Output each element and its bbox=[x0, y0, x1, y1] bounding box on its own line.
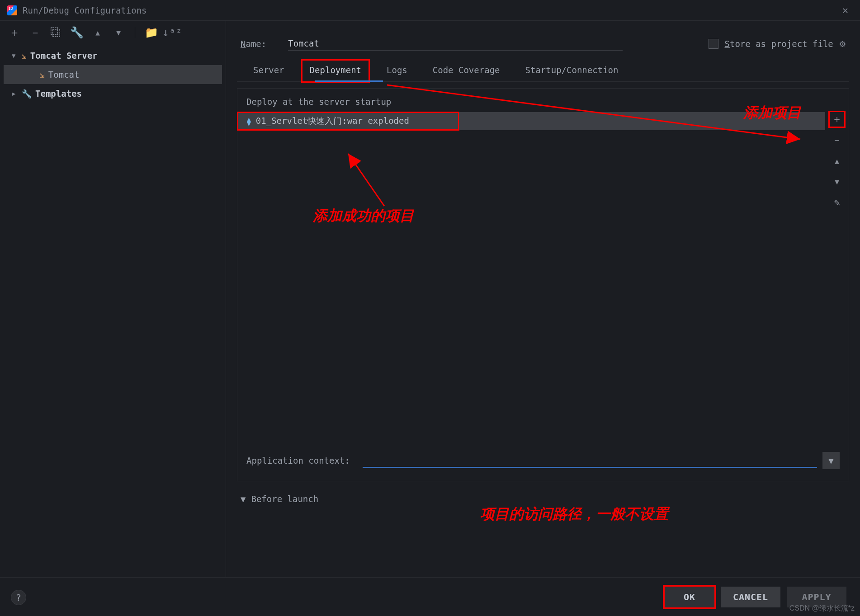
app-context-row: Application context: ▼ bbox=[237, 442, 849, 481]
watermark: CSDN @绿水长流*z bbox=[789, 604, 855, 613]
deploy-down-button[interactable]: ▼ bbox=[830, 174, 844, 189]
store-as-file[interactable]: Store as project file ⚙ bbox=[709, 38, 846, 49]
tree-label: Tomcat Server bbox=[30, 51, 98, 61]
chevron-down-icon: ▼ bbox=[12, 52, 18, 59]
deploy-edit-button[interactable]: ✎ bbox=[830, 195, 844, 210]
chevron-down-icon: ▼ bbox=[241, 494, 246, 504]
app-context-input[interactable] bbox=[363, 453, 817, 468]
artifact-icon: ⧫ bbox=[246, 117, 251, 126]
cancel-button[interactable]: CANCEL bbox=[721, 587, 780, 607]
sort-button[interactable]: ↓ᵃᶻ bbox=[166, 26, 179, 39]
app-context-dropdown[interactable]: ▼ bbox=[822, 452, 840, 469]
tree-node-tomcat[interactable]: ⇲ Tomcat bbox=[4, 65, 222, 84]
deploy-list: ⧫ 01_Servlet快速入门:war exploded bbox=[237, 112, 825, 442]
close-icon[interactable]: ✕ bbox=[838, 3, 853, 18]
deploy-remove-button[interactable]: － bbox=[830, 133, 844, 147]
config-tree: ▼ ⇲ Tomcat Server ⇲ Tomcat ▶ 🔧 Templates bbox=[0, 46, 226, 103]
window-title: Run/Debug Configurations bbox=[23, 5, 147, 15]
app-context-label: Application context: bbox=[246, 456, 350, 466]
remove-config-button[interactable]: － bbox=[29, 26, 42, 39]
name-input[interactable] bbox=[288, 37, 623, 51]
tree-node-tomcat-server[interactable]: ▼ ⇲ Tomcat Server bbox=[4, 46, 222, 65]
sidebar-toolbar: ＋ － ⿻ 🔧 ▲ ▼ 📁 ↓ᵃᶻ bbox=[0, 26, 226, 46]
edit-config-button[interactable]: 🔧 bbox=[71, 26, 83, 39]
gear-icon[interactable]: ⚙ bbox=[840, 38, 846, 49]
move-down-button[interactable]: ▼ bbox=[112, 26, 125, 39]
deploy-section: Deploy at the server startup ⧫ 01_Servle… bbox=[237, 88, 849, 481]
tab-startup-connection[interactable]: Startup/Connection bbox=[518, 61, 626, 81]
move-up-button[interactable]: ▲ bbox=[91, 26, 104, 39]
deploy-item[interactable]: ⧫ 01_Servlet快速入门:war exploded bbox=[237, 112, 459, 130]
deploy-actions: ＋ － ▲ ▼ ✎ bbox=[825, 112, 849, 442]
tree-node-templates[interactable]: ▶ 🔧 Templates bbox=[4, 84, 222, 103]
deploy-add-button[interactable]: ＋ bbox=[830, 112, 844, 127]
name-label: Name: bbox=[241, 39, 266, 49]
name-row: Name: Store as project file ⚙ bbox=[237, 28, 849, 61]
help-button[interactable]: ? bbox=[11, 590, 26, 605]
tab-underline bbox=[315, 80, 383, 82]
ok-button[interactable]: OK bbox=[665, 587, 714, 607]
before-launch-label: Before launch bbox=[251, 494, 318, 504]
checkbox-icon[interactable] bbox=[709, 39, 718, 49]
deploy-item-label: 01_Servlet快速入门:war exploded bbox=[256, 115, 409, 127]
store-label: Store as project file bbox=[725, 39, 833, 49]
wrench-icon: 🔧 bbox=[22, 89, 32, 99]
chevron-right-icon: ▶ bbox=[12, 90, 18, 97]
tab-code-coverage[interactable]: Code Coverage bbox=[425, 61, 507, 81]
tab-logs[interactable]: Logs bbox=[379, 61, 415, 81]
tab-server[interactable]: Server bbox=[246, 61, 292, 81]
titlebar: Run/Debug Configurations ✕ bbox=[0, 0, 860, 21]
sidebar: ＋ － ⿻ 🔧 ▲ ▼ 📁 ↓ᵃᶻ ▼ ⇲ Tomcat Server ⇲ To… bbox=[0, 21, 226, 577]
add-config-button[interactable]: ＋ bbox=[8, 26, 21, 39]
annotation-added-ok: 添加成功的项目 bbox=[313, 206, 414, 226]
tomcat-icon: ⇲ bbox=[40, 70, 45, 80]
tree-label: Tomcat bbox=[48, 70, 80, 80]
tabs: Server Deployment Logs Code Coverage Sta… bbox=[237, 61, 849, 82]
tomcat-icon: ⇲ bbox=[22, 51, 27, 61]
annotation-add-project: 添加项目 bbox=[743, 103, 801, 123]
annotation-context-note: 项目的访问路径，一般不设置 bbox=[480, 504, 668, 524]
tree-label: Templates bbox=[35, 89, 82, 99]
folder-button[interactable]: 📁 bbox=[145, 26, 158, 39]
separator bbox=[135, 27, 135, 38]
app-icon bbox=[7, 5, 17, 15]
tab-deployment[interactable]: Deployment bbox=[302, 61, 369, 81]
deploy-up-button[interactable]: ▲ bbox=[830, 154, 844, 168]
footer: OK CANCEL APPLY bbox=[0, 577, 860, 616]
copy-config-button[interactable]: ⿻ bbox=[50, 26, 62, 39]
before-launch-row[interactable]: ▼ Before launch bbox=[237, 481, 849, 504]
